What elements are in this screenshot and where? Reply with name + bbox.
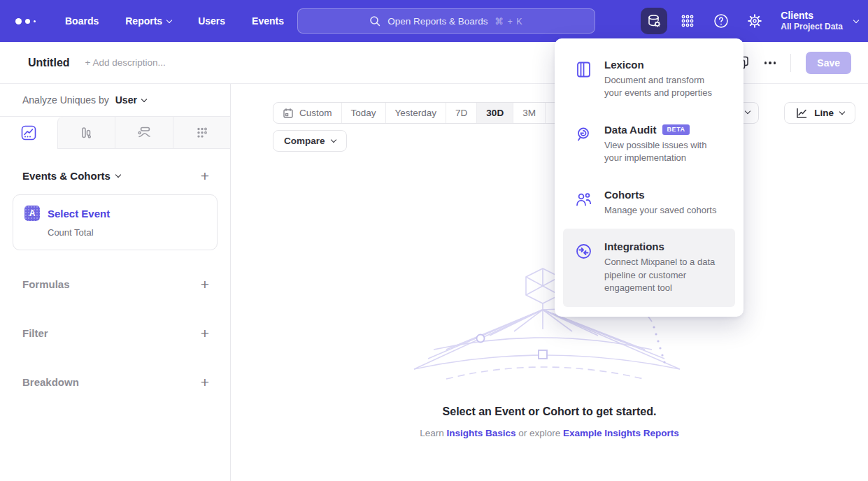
- query-builder-sidebar: Analyze Uniques by User: [0, 84, 231, 481]
- nav-item-reports[interactable]: Reports: [125, 15, 171, 27]
- help-button[interactable]: [708, 8, 734, 34]
- line-chart-icon: [795, 107, 808, 120]
- settings-button[interactable]: [741, 8, 768, 34]
- empty-state-middle: or explore: [518, 428, 560, 438]
- chart-type-dropdown[interactable]: Line: [784, 102, 855, 124]
- search-icon: [369, 15, 380, 27]
- insights-basics-link[interactable]: Insights Basics: [446, 428, 515, 438]
- chevron-down-icon: [853, 17, 859, 22]
- compare-dropdown[interactable]: Compare: [273, 130, 347, 152]
- analyze-entity-value: User: [115, 94, 137, 106]
- database-gear-icon: [646, 13, 662, 29]
- bar-chart-icon: [78, 125, 94, 141]
- date-range-label: Today: [351, 108, 376, 118]
- data-management-menu: Lexicon Document and transform your even…: [555, 38, 744, 317]
- chevron-down-icon: [330, 137, 336, 143]
- metric-dots-icon: [194, 125, 209, 141]
- empty-state-title: Select an Event or Cohort to get started…: [231, 405, 868, 418]
- example-reports-link[interactable]: Example Insights Reports: [563, 428, 679, 438]
- more-options-icon[interactable]: [764, 62, 776, 64]
- date-range-label: Custom: [299, 108, 332, 118]
- tab-metric[interactable]: [173, 117, 231, 149]
- add-formula-button[interactable]: +: [201, 277, 209, 292]
- report-canvas: Custom Today Yesterday 7D 30D 3M 6M Comp…: [231, 84, 868, 481]
- menu-item-title: Data Audit: [604, 124, 656, 136]
- data-management-button[interactable]: [641, 8, 667, 34]
- menu-item-data-audit[interactable]: Data Audit BETA View possible issues wit…: [563, 112, 735, 177]
- top-navbar: Boards Reports Users Events Open Reports…: [0, 0, 868, 42]
- menu-item-description: Document and transform your events and p…: [604, 74, 724, 100]
- empty-state-subtitle: Learn Insights Basics or explore Example…: [231, 428, 868, 438]
- menu-item-cohorts[interactable]: Cohorts Manage your saved cohorts: [563, 177, 735, 229]
- menu-item-title: Integrations: [604, 240, 664, 252]
- menu-item-integrations[interactable]: Integrations Connect Mixpanel to a data …: [563, 229, 735, 306]
- navbar-right-cluster: Clients All Project Data: [641, 0, 858, 42]
- menu-item-title: Lexicon: [604, 59, 644, 71]
- analyze-entity-dropdown[interactable]: User: [115, 94, 146, 106]
- formulas-row: Formulas +: [0, 275, 230, 292]
- beta-badge: BETA: [662, 124, 689, 135]
- nav-item-label: Users: [198, 15, 225, 27]
- filter-label: Filter: [22, 327, 48, 339]
- menu-item-lexicon[interactable]: Lexicon Document and transform your even…: [563, 47, 735, 112]
- apps-grid-button[interactable]: [674, 8, 701, 34]
- date-range-label: 3M: [522, 108, 536, 118]
- book-icon: [574, 59, 593, 100]
- date-range-yesterday[interactable]: Yesterday: [385, 103, 446, 123]
- line-chart-box-icon: [21, 125, 36, 141]
- empty-state-prefix: Learn: [420, 428, 444, 438]
- menu-item-description: View possible issues with your implement…: [604, 139, 724, 165]
- breakdown-label: Breakdown: [22, 376, 79, 388]
- mixpanel-logo-icon[interactable]: [0, 18, 52, 24]
- event-badge: A: [24, 206, 40, 221]
- analyze-label: Analyze Uniques by: [22, 94, 109, 106]
- date-range-label: Yesterday: [395, 108, 437, 118]
- add-event-button[interactable]: +: [201, 168, 209, 183]
- date-range-today[interactable]: Today: [341, 103, 385, 123]
- date-range-control: Custom Today Yesterday 7D 30D 3M 6M: [273, 102, 578, 124]
- tab-flow-chart[interactable]: [115, 117, 173, 149]
- search-input[interactable]: Open Reports & Boards ⌘ + K: [297, 8, 595, 34]
- flow-icon: [136, 125, 152, 141]
- tab-line-chart[interactable]: [0, 117, 57, 149]
- nav-item-events[interactable]: Events: [252, 15, 284, 27]
- date-range-3m[interactable]: 3M: [513, 103, 545, 123]
- events-cohorts-header[interactable]: Events & Cohorts: [22, 170, 120, 182]
- add-breakdown-button[interactable]: +: [201, 375, 209, 389]
- compare-label: Compare: [284, 136, 325, 146]
- select-event-button[interactable]: Select Event: [48, 208, 110, 220]
- breakdown-row: Breakdown +: [0, 373, 230, 390]
- nav-item-users[interactable]: Users: [198, 15, 225, 27]
- header-actions: Save: [734, 42, 851, 84]
- date-range-30d[interactable]: 30D: [476, 103, 513, 123]
- calendar-icon: [283, 108, 294, 119]
- date-range-custom[interactable]: Custom: [273, 103, 341, 123]
- save-button[interactable]: Save: [806, 52, 851, 74]
- nav-item-label: Events: [252, 15, 284, 27]
- audit-magnifier-icon: [574, 124, 593, 165]
- chevron-down-icon: [166, 17, 172, 22]
- search-shortcut: ⌘ + K: [495, 16, 523, 27]
- divider: [790, 54, 791, 72]
- tab-bar-chart[interactable]: [57, 117, 115, 149]
- nav-item-label: Reports: [125, 15, 162, 27]
- gear-icon: [746, 13, 763, 29]
- event-card[interactable]: A Select Event Count Total: [13, 194, 218, 250]
- chevron-down-icon: [141, 96, 147, 101]
- menu-item-description: Connect Mixpanel to a data pipeline or c…: [604, 256, 724, 294]
- menu-item-description: Manage your saved cohorts: [604, 204, 716, 217]
- events-cohorts-label: Events & Cohorts: [22, 170, 111, 182]
- date-range-7d[interactable]: 7D: [446, 103, 476, 123]
- project-switcher[interactable]: Clients All Project Data: [781, 9, 843, 33]
- events-cohorts-section: Events & Cohorts +: [0, 168, 230, 183]
- project-scope: All Project Data: [781, 22, 843, 33]
- menu-item-title: Cohorts: [604, 189, 645, 201]
- nav-item-label: Boards: [65, 15, 99, 27]
- add-filter-button[interactable]: +: [201, 326, 209, 340]
- nav-item-boards[interactable]: Boards: [65, 15, 99, 27]
- add-description-field[interactable]: + Add description...: [85, 57, 166, 68]
- project-name: Clients: [781, 9, 843, 22]
- report-title[interactable]: Untitled: [28, 57, 70, 69]
- date-range-label: 30D: [486, 108, 504, 118]
- event-aggregation[interactable]: Count Total: [48, 227, 206, 238]
